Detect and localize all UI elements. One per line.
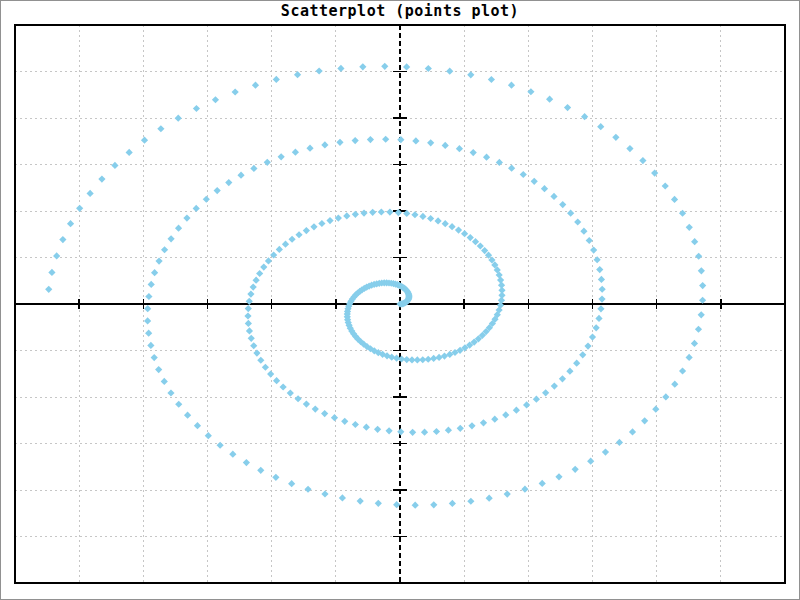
data-point [151,354,158,361]
data-point [491,416,498,423]
data-point [326,217,333,224]
data-point [318,220,325,227]
data-point [321,141,328,148]
data-point [419,213,426,220]
data-point [292,149,299,156]
data-point [381,63,388,70]
data-point [252,82,259,89]
data-point [477,242,484,249]
data-point [531,178,538,185]
data-point [486,495,493,502]
data-point [395,209,402,216]
data-point [445,427,452,434]
data-point [448,223,455,230]
data-point [546,96,553,103]
data-point [555,473,562,480]
data-point [651,169,658,176]
data-point [572,466,579,473]
data-point [497,276,504,283]
data-point [357,497,364,504]
data-point [616,439,623,446]
data-point [455,226,462,233]
data-point [386,208,393,215]
data-point [352,211,359,218]
data-point [409,429,416,436]
chart-canvas: Scatterplot (points plot) [0,0,800,600]
data-point [378,208,385,215]
data-point [397,136,404,143]
data-point [184,412,191,419]
data-point [699,282,706,289]
data-point [457,425,464,432]
data-point [175,225,182,232]
data-point [303,400,310,407]
data-point [662,182,669,189]
data-point [45,286,52,293]
data-point [205,432,212,439]
data-point [467,498,474,505]
data-point [412,137,419,144]
data-point [147,342,154,349]
data-point [461,230,468,237]
data-point [435,354,442,361]
data-point [551,382,558,389]
data-point [295,231,302,238]
data-point [336,139,343,146]
data-point [442,142,449,149]
data-point [167,389,174,396]
data-point [59,236,66,243]
data-point [695,253,702,260]
data-point [542,389,549,396]
data-point [282,241,289,248]
data-point [502,411,509,418]
data-point [151,269,158,276]
data-point [245,305,252,312]
data-point [698,267,705,274]
data-point [341,418,348,425]
data-point [679,367,686,374]
data-point [533,396,540,403]
data-point [513,407,520,414]
data-point [144,305,151,312]
data-point [225,179,232,186]
data-point [626,145,633,152]
data-point [337,65,344,72]
data-point [567,210,574,217]
data-point [67,220,74,227]
data-point [237,172,244,179]
data-point [161,378,168,385]
data-point [602,449,609,456]
data-point [167,235,174,242]
data-point [691,238,698,245]
data-point [243,459,250,466]
data-point [264,159,271,166]
data-point [257,467,264,474]
data-point [232,88,239,95]
data-point [321,490,328,497]
data-point [194,422,201,429]
data-point [352,137,359,144]
data-point [593,324,600,331]
data-point [597,123,604,130]
data-point [278,153,285,160]
data-point [427,139,434,146]
data-point [559,201,566,208]
data-point [280,383,287,390]
data-point [316,67,323,74]
data-point [250,165,257,172]
data-point [564,104,571,111]
data-point [375,500,382,507]
data-point [412,502,419,509]
data-point [145,330,152,337]
data-point [155,257,162,264]
data-point [695,326,702,333]
data-point [671,196,678,203]
data-point [699,297,706,304]
data-point [273,377,280,384]
data-point [403,63,410,70]
data-point [306,145,313,152]
data-point [520,171,527,178]
data-point [367,136,374,143]
data-point [48,269,55,276]
data-point [352,421,359,428]
